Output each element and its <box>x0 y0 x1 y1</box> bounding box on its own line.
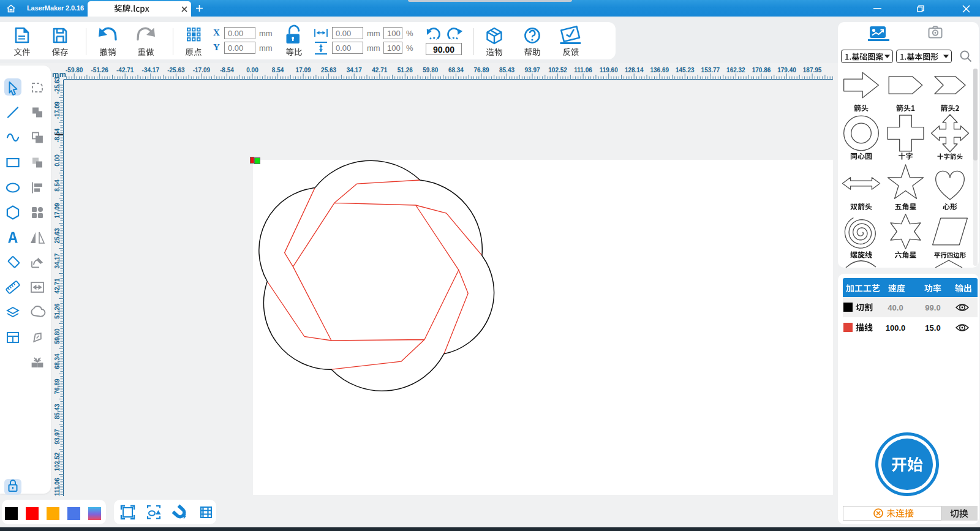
svg-text:93.97: 93.97 <box>524 67 540 73</box>
svg-text:162.32: 162.32 <box>726 67 745 73</box>
svg-text:0.00: 0.00 <box>246 67 258 73</box>
svg-text:17.09: 17.09 <box>296 67 311 73</box>
svg-text:51.26: 51.26 <box>398 67 413 73</box>
svg-text:119.60: 119.60 <box>600 67 618 73</box>
svg-text:136.69: 136.69 <box>650 67 669 73</box>
svg-text:-8.54: -8.54 <box>220 67 234 73</box>
svg-text:34.17: 34.17 <box>347 67 362 73</box>
svg-text:25.63: 25.63 <box>321 67 336 73</box>
svg-text:-51.26: -51.26 <box>91 67 109 73</box>
svg-text:145.23: 145.23 <box>676 67 695 73</box>
svg-text:153.77: 153.77 <box>701 67 720 73</box>
svg-text:-34.17: -34.17 <box>142 67 160 73</box>
svg-text:8.54: 8.54 <box>272 67 284 73</box>
svg-text:102.52: 102.52 <box>548 67 567 73</box>
svg-text:179.40: 179.40 <box>777 67 796 73</box>
svg-text:59.80: 59.80 <box>423 67 438 73</box>
svg-text:-17.09: -17.09 <box>193 67 211 73</box>
svg-text:42.71: 42.71 <box>372 67 387 73</box>
svg-text:-42.71: -42.71 <box>116 67 134 73</box>
svg-text:85.43: 85.43 <box>499 67 514 73</box>
svg-text:128.14: 128.14 <box>625 67 644 73</box>
svg-text:187.95: 187.95 <box>803 67 822 73</box>
svg-text:-25.63: -25.63 <box>167 67 185 73</box>
svg-text:76.89: 76.89 <box>473 67 489 73</box>
svg-text:68.34: 68.34 <box>448 67 464 73</box>
svg-text:111.06: 111.06 <box>574 67 592 73</box>
svg-text:-59.80: -59.80 <box>66 67 83 73</box>
svg-text:170.86: 170.86 <box>752 67 771 73</box>
